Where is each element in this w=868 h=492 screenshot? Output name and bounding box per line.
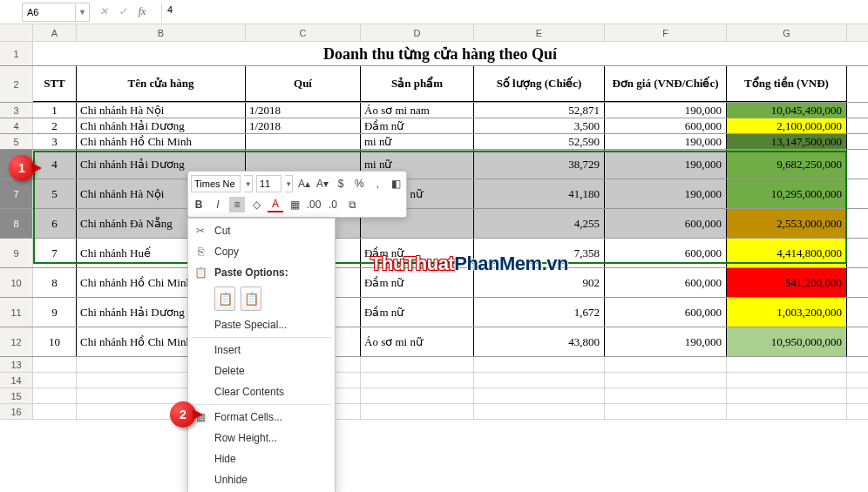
- cell-stt[interactable]: 8: [33, 268, 77, 297]
- percent-format-icon[interactable]: %: [352, 176, 367, 192]
- cell-qty[interactable]: 4,255: [474, 209, 605, 238]
- cell-price[interactable]: 190,000: [605, 179, 727, 208]
- cell-stt[interactable]: 6: [33, 209, 77, 238]
- increase-decimal-icon[interactable]: .00: [306, 197, 322, 212]
- empty-cell[interactable]: [474, 388, 605, 403]
- name-box-dropdown[interactable]: ▼: [76, 3, 90, 22]
- font-size-box[interactable]: 11: [256, 175, 281, 192]
- row-header-10[interactable]: 10: [0, 268, 33, 297]
- empty-cell[interactable]: [361, 357, 474, 372]
- cell-stt[interactable]: 9: [33, 298, 77, 327]
- col-header-G[interactable]: G: [727, 24, 847, 41]
- cell-qty[interactable]: 52,590: [474, 134, 605, 149]
- paste-keep-source-icon[interactable]: 📋: [214, 286, 235, 311]
- formula-input[interactable]: 4: [161, 3, 868, 22]
- cell-product[interactable]: Áo sơ mi nam: [361, 103, 474, 118]
- row-header-9[interactable]: 9: [0, 239, 33, 267]
- select-all-corner[interactable]: [0, 24, 33, 41]
- title-cell[interactable]: Doanh thu từng cửa hàng theo Quí: [33, 42, 847, 65]
- empty-cell[interactable]: [33, 388, 77, 403]
- header-product[interactable]: Sản phẩm: [361, 66, 474, 102]
- cell-product[interactable]: Đầm nữ: [361, 298, 474, 327]
- cell-stt[interactable]: 2: [33, 118, 77, 133]
- menu-unhide[interactable]: Unhide: [188, 469, 335, 490]
- merge-icon[interactable]: ⧉: [344, 197, 360, 212]
- cell-price[interactable]: 600,000: [605, 209, 727, 238]
- cell-store[interactable]: Chi nhánh Hải Dương: [77, 118, 246, 133]
- font-color-icon[interactable]: A: [268, 197, 283, 212]
- cell-qui[interactable]: [246, 134, 361, 149]
- cell-qty[interactable]: 52,871: [474, 103, 605, 118]
- size-dropdown-icon[interactable]: ▼: [285, 175, 294, 192]
- col-header-D[interactable]: D: [361, 24, 474, 41]
- cell-qty[interactable]: 38,729: [474, 150, 605, 179]
- cell-price[interactable]: 600,000: [605, 268, 727, 297]
- cell-stt[interactable]: 1: [33, 103, 77, 118]
- cell-price[interactable]: 190,000: [605, 134, 727, 149]
- cell-total[interactable]: 10,950,000,000: [727, 327, 847, 356]
- menu-cut[interactable]: ✂Cut: [188, 220, 335, 241]
- cell-product[interactable]: Áo sơ mi nữ: [361, 327, 474, 356]
- format-painter-icon[interactable]: ◧: [389, 176, 403, 192]
- empty-cell[interactable]: [33, 357, 77, 372]
- empty-cell[interactable]: [727, 357, 847, 372]
- accounting-format-icon[interactable]: $: [334, 176, 349, 192]
- menu-paste-special[interactable]: Paste Special...: [188, 314, 335, 335]
- borders-icon[interactable]: ▦: [287, 197, 302, 212]
- header-store[interactable]: Tên cửa hàng: [77, 66, 246, 102]
- empty-cell[interactable]: [361, 388, 474, 403]
- menu-clear-contents[interactable]: Clear Contents: [188, 381, 335, 402]
- row-header-2[interactable]: 2: [0, 66, 33, 102]
- col-header-B[interactable]: B: [77, 24, 246, 41]
- cell-store[interactable]: Chi nhánh Hồ Chi Minh: [77, 134, 246, 149]
- increase-font-icon[interactable]: A▴: [296, 176, 311, 192]
- font-name-box[interactable]: Times Ne: [191, 175, 241, 192]
- menu-copy[interactable]: ⎘Copy: [188, 241, 335, 262]
- row-header-15[interactable]: 15: [0, 388, 33, 403]
- cell-total[interactable]: 10,045,490,000: [727, 103, 847, 118]
- font-dropdown-icon[interactable]: ▼: [244, 175, 253, 192]
- header-qty[interactable]: Số lượng (Chiếc): [474, 66, 605, 102]
- empty-cell[interactable]: [727, 404, 847, 419]
- bold-icon[interactable]: B: [191, 197, 207, 212]
- cell-qui[interactable]: 1/2018: [246, 103, 361, 118]
- italic-icon[interactable]: I: [210, 197, 226, 212]
- header-stt[interactable]: STT: [33, 66, 77, 102]
- cell-price[interactable]: 600,000: [605, 118, 727, 133]
- cell-total[interactable]: 13,147,500,000: [727, 134, 847, 149]
- empty-cell[interactable]: [33, 404, 77, 419]
- cell-total[interactable]: 4,414,800,000: [727, 239, 847, 267]
- cell-stt[interactable]: 10: [33, 327, 77, 356]
- row-header-8[interactable]: 8: [0, 209, 33, 238]
- empty-cell[interactable]: [605, 404, 727, 419]
- col-header-F[interactable]: F: [605, 24, 727, 41]
- empty-cell[interactable]: [361, 373, 474, 388]
- header-qui[interactable]: Quí: [246, 66, 361, 102]
- comma-format-icon[interactable]: ,: [370, 176, 385, 192]
- cell-store[interactable]: Chi nhánh Hà Nội: [77, 103, 246, 118]
- cell-total[interactable]: 10,295,000,000: [727, 179, 847, 208]
- menu-delete[interactable]: Delete: [188, 361, 335, 381]
- empty-cell[interactable]: [605, 373, 727, 388]
- col-header-C[interactable]: C: [246, 24, 361, 41]
- header-price[interactable]: Đơn giá (VNĐ/Chiếc): [605, 66, 727, 102]
- fx-icon[interactable]: fx: [135, 4, 149, 20]
- empty-cell[interactable]: [33, 373, 77, 388]
- decrease-decimal-icon[interactable]: .0: [325, 197, 341, 212]
- menu-row-height[interactable]: Row Height...: [188, 428, 335, 448]
- empty-cell[interactable]: [727, 388, 847, 403]
- menu-format-cells[interactable]: ▦Format Cells...: [188, 407, 335, 428]
- cell-product[interactable]: mi nữ: [361, 134, 474, 149]
- row-header-16[interactable]: 16: [0, 404, 33, 419]
- empty-cell[interactable]: [474, 373, 605, 388]
- empty-cell[interactable]: [474, 357, 605, 372]
- cell-qty[interactable]: 1,672: [474, 298, 605, 327]
- cell-price[interactable]: 190,000: [605, 327, 727, 356]
- cell-product[interactable]: Đầm nữ: [361, 118, 474, 133]
- cell-stt[interactable]: 3: [33, 134, 77, 149]
- col-header-A[interactable]: A: [33, 24, 77, 41]
- fill-color-icon[interactable]: ◇: [248, 197, 264, 212]
- empty-cell[interactable]: [361, 404, 474, 419]
- cell-stt[interactable]: 7: [33, 239, 77, 267]
- cell-price[interactable]: 600,000: [605, 298, 727, 327]
